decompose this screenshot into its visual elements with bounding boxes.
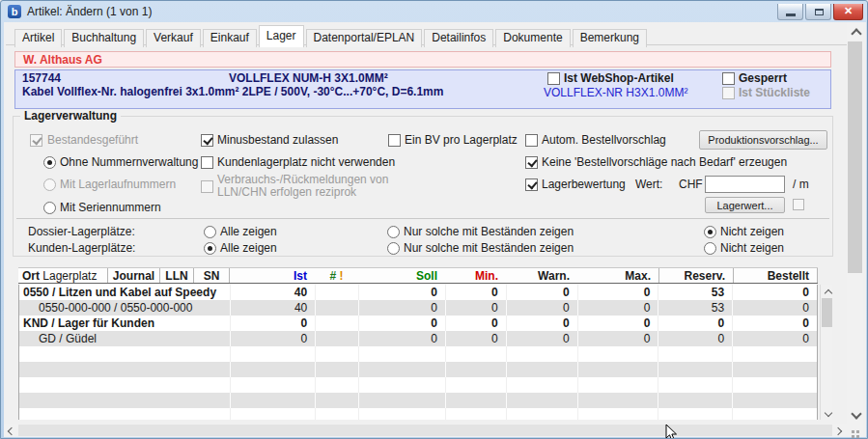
minimize-button[interactable]	[777, 4, 803, 20]
maximize-button[interactable]	[805, 4, 831, 20]
lagerbewertung-checkbox[interactable]	[525, 178, 538, 191]
header-alert: !	[340, 269, 344, 283]
autom-bestellvorschlag-checkbox[interactable]	[525, 134, 538, 147]
tab-verkauf[interactable]: Verkauf	[146, 29, 201, 47]
webshop-checkbox[interactable]	[547, 72, 560, 85]
header-warn: Warn.	[506, 268, 577, 283]
kunden-alle-label: Alle zeigen	[220, 242, 277, 255]
minusbestand-checkbox[interactable]	[201, 134, 213, 147]
header-sn-button[interactable]: SN	[194, 268, 230, 283]
tab-bemerkung[interactable]: Bemerkung	[573, 29, 647, 47]
scroll-down-icon[interactable]	[848, 407, 864, 424]
table-scroll-up-icon[interactable]	[821, 285, 833, 297]
table-scrollbar[interactable]	[820, 285, 832, 420]
stueckliste-label: Ist Stückliste	[739, 87, 810, 99]
stock-table-body: 0550 / Litzen und Kabel auf Speedy400000…	[18, 285, 818, 420]
table-scroll-down-icon[interactable]	[821, 407, 833, 420]
unit-label: / m	[793, 178, 809, 191]
dossier-nicht-radio[interactable]	[704, 226, 716, 238]
tab-datenportal-eplan[interactable]: Datenportal/EPLAN	[306, 29, 423, 47]
header-lln-button[interactable]: LLN	[160, 268, 194, 283]
kunden-lagerplaetze-label: Kunden-Lagerplätze:	[28, 242, 135, 255]
lagerbewertung-label: Lagerbewertung	[542, 178, 626, 191]
table-row[interactable]: GD / Güdel0000000	[19, 331, 817, 346]
dossier-nur-radio[interactable]	[387, 226, 400, 238]
keine-bestellvorschlaege-label: Keine 'Bestellvorschläge nach Bedarf' er…	[542, 156, 787, 169]
scroll-right-icon[interactable]	[833, 425, 847, 438]
dossier-alle-label: Alle zeigen	[220, 226, 277, 238]
table-scrollbar-thumb[interactable]	[822, 298, 832, 327]
wert-input[interactable]	[705, 176, 785, 193]
mit-seriennummern-label: Mit Seriennummern	[60, 202, 161, 214]
close-icon: ✕	[834, 5, 862, 17]
keine-bestellvorschlaege-checkbox[interactable]	[525, 156, 538, 169]
header-hash-alert: # !	[315, 268, 358, 283]
group-separator	[16, 218, 829, 219]
close-button[interactable]: ✕	[833, 4, 863, 20]
header-lagerplatz: Lagerplatz	[42, 269, 97, 283]
table-row[interactable]	[19, 346, 817, 362]
verbrauchs-checkbox	[201, 180, 213, 193]
article-type-name: VOLLFLEX NUM-H 3X1.0MM²	[229, 72, 388, 85]
scroll-up-icon[interactable]	[848, 24, 864, 41]
kunden-nicht-label: Nicht zeigen	[720, 242, 784, 255]
tab-detailinfos[interactable]: Detailinfos	[424, 29, 493, 47]
resize-grip[interactable]	[847, 424, 863, 437]
window-horizontal-scrollbar[interactable]	[4, 424, 847, 437]
lagerwert-checkbox	[793, 199, 804, 210]
header-ist: Ist	[230, 268, 315, 283]
table-row[interactable]: 0550 / Litzen und Kabel auf Speedy400000…	[19, 285, 817, 300]
bestandesgefuehrt-label: Bestandesgeführt	[47, 134, 138, 147]
header-journal-button[interactable]: Journal	[107, 268, 160, 283]
resize-grip-icon	[856, 430, 859, 433]
table-row[interactable]: KND / Lager für Kunden0000000	[19, 316, 817, 331]
kunden-nicht-radio[interactable]	[704, 242, 716, 255]
title-bar[interactable]: b Artikel: Ändern (1 von 1) ✕	[1, 1, 868, 22]
table-row[interactable]	[19, 408, 817, 420]
tab-dokumente[interactable]: Dokumente	[495, 29, 570, 47]
horizontal-scrollbar-thumb[interactable]	[18, 425, 832, 436]
article-description: Kabel Vollflex-Nr. halogenfrei 3x1.0mm² …	[22, 86, 443, 98]
maximize-icon	[815, 9, 824, 15]
dossier-nur-label: Nur solche mit Beständen zeigen	[404, 226, 574, 238]
article-number: 157744	[22, 72, 61, 85]
header-soll: Soll	[358, 268, 445, 283]
mit-lagerlaufnummern-radio	[43, 178, 56, 191]
lagerwert-button[interactable]: Lagerwert...	[705, 197, 785, 213]
tab-lager[interactable]: Lager	[259, 25, 304, 47]
gesperrt-checkbox[interactable]	[722, 72, 735, 85]
autom-bestellvorschlag-label: Autom. Bestellvorschlag	[542, 134, 666, 147]
kunden-nur-label: Nur solche mit Beständen zeigen	[404, 242, 574, 255]
webshop-label: Ist WebShop-Artikel	[564, 72, 674, 85]
ein-bv-label: Ein BV pro Lagerplatz	[405, 134, 518, 147]
table-row[interactable]	[19, 393, 817, 408]
header-ort: Ort	[22, 269, 40, 283]
dossier-nicht-label: Nicht zeigen	[720, 226, 784, 238]
verbrauchs-label: Verbrauchs-/Rückmeldungen vonLLN/CHN erf…	[217, 174, 388, 199]
scroll-left-icon[interactable]	[4, 425, 17, 438]
dossier-lagerplaetze-label: Dossier-Lagerplätze:	[28, 226, 135, 238]
mit-seriennummern-radio[interactable]	[43, 202, 56, 214]
kunden-alle-radio[interactable]	[204, 242, 216, 255]
gesperrt-label: Gesperrt	[739, 72, 787, 85]
minimize-icon	[786, 14, 796, 16]
tab-einkauf[interactable]: Einkauf	[203, 29, 257, 47]
mouse-cursor	[665, 424, 679, 439]
table-row[interactable]	[19, 362, 817, 377]
table-row[interactable]: 0550-000-000 / 0550-000-000400000530	[19, 300, 817, 316]
ohne-nummernverwaltung-radio[interactable]	[43, 156, 56, 169]
header-ort-lagerplatz: Ort Lagerplatz	[18, 268, 107, 283]
minusbestand-label: Minusbestand zulassen	[217, 134, 338, 147]
verbrauchs-label-line2: LLN/CHN erfolgen reziprok	[217, 185, 356, 199]
window-vertical-scrollbar[interactable]	[847, 22, 863, 424]
tab-buchhaltung[interactable]: Buchhaltung	[64, 29, 144, 47]
dossier-alle-radio[interactable]	[204, 226, 216, 238]
tab-artikel[interactable]: Artikel	[14, 29, 62, 47]
table-row[interactable]	[19, 377, 817, 393]
produktionsvorschlag-button[interactable]: Produktionsvorschlag...	[699, 130, 827, 150]
kunden-nur-radio[interactable]	[387, 242, 400, 255]
stock-table-header: Ort Lagerplatz Journal LLN SN Ist # ! So…	[18, 267, 818, 284]
ein-bv-checkbox[interactable]	[388, 134, 401, 147]
vertical-scrollbar-thumb[interactable]	[848, 41, 862, 273]
kundenlagerplatz-checkbox[interactable]	[201, 156, 213, 169]
